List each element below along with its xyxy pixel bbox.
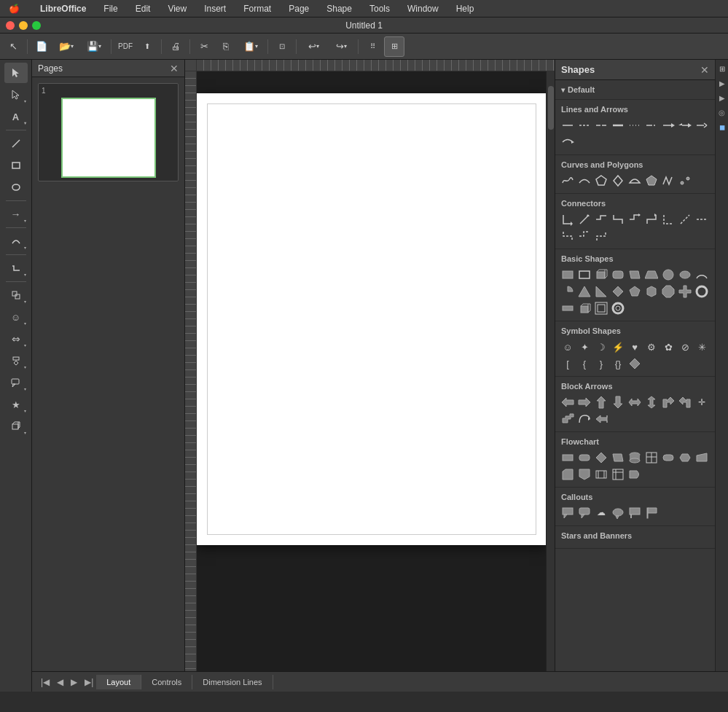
basic-arc[interactable] — [694, 267, 710, 283]
polygon-shape[interactable] — [593, 173, 609, 189]
sym-asterisk[interactable]: ✳ — [694, 339, 710, 355]
basic-rect[interactable] — [560, 267, 576, 283]
fc-alt-process[interactable] — [576, 450, 592, 466]
basic-right-triangle[interactable] — [593, 283, 609, 300]
callout-cloud[interactable]: ☁ — [593, 505, 609, 521]
conn-7[interactable] — [660, 211, 676, 227]
grid-snap-btn[interactable]: ⠿ — [362, 36, 383, 57]
scroll-handle-v[interactable] — [548, 86, 554, 130]
basic-triangle[interactable] — [576, 283, 592, 300]
copy-btn[interactable]: ⎘ — [216, 36, 236, 57]
basic-pentagon[interactable] — [627, 283, 643, 300]
basic-block-rect[interactable] — [560, 300, 576, 316]
canvas-scrollbar-v[interactable] — [546, 71, 555, 671]
arrow-shape-4[interactable] — [560, 134, 576, 150]
basic-ring[interactable] — [694, 283, 710, 300]
shapes-tool[interactable]: ▾ — [4, 285, 28, 305]
ba-up-down[interactable] — [643, 394, 659, 410]
conn-3[interactable] — [593, 211, 609, 227]
menu-view[interactable]: View — [165, 2, 189, 15]
conn-2[interactable] — [576, 211, 592, 227]
pages-close-btn[interactable]: ✕ — [170, 63, 179, 74]
sym-brace-left[interactable]: { — [576, 356, 592, 372]
print-btn[interactable]: 🖨 — [165, 36, 186, 57]
select-tool[interactable] — [4, 63, 28, 83]
line-shape-1[interactable] — [560, 117, 576, 133]
curve-tool[interactable]: ▾ — [4, 231, 28, 251]
basic-parallelogram[interactable] — [627, 267, 643, 283]
basic-rect-3d[interactable] — [593, 267, 609, 283]
symbol-shapes-tool[interactable]: ☺▾ — [4, 307, 28, 327]
minimize-button[interactable] — [19, 21, 28, 30]
apple-menu[interactable]: 🍎 — [6, 2, 23, 15]
menu-edit[interactable]: Edit — [133, 2, 154, 15]
basic-ellipse[interactable] — [677, 267, 693, 283]
sym-diamond2[interactable] — [627, 356, 643, 372]
redo-btn[interactable]: ↪▾ — [328, 36, 354, 57]
menu-window[interactable]: Window — [404, 2, 442, 15]
tab-controls[interactable]: Controls — [141, 675, 192, 689]
filled-polygon-shape[interactable] — [643, 173, 659, 189]
line-shape-6[interactable] — [643, 117, 659, 133]
menu-help[interactable]: Help — [453, 2, 477, 15]
stars-tool[interactable]: ★▾ — [4, 394, 28, 415]
sym-flower[interactable]: ✿ — [660, 339, 676, 355]
sym-brace-both[interactable]: {} — [610, 356, 626, 372]
callout-rounded[interactable] — [576, 505, 592, 521]
menu-shape[interactable]: Shape — [324, 2, 355, 15]
text-select-tool[interactable]: ▾ — [4, 85, 28, 105]
sym-smiley[interactable]: ☺ — [560, 339, 576, 355]
basic-hexagon[interactable] — [643, 283, 659, 300]
points-shape[interactable] — [677, 173, 693, 189]
rect-tool[interactable] — [4, 155, 28, 176]
nav-prev-btn[interactable]: ◀ — [54, 676, 66, 689]
line-shape-4[interactable] — [610, 117, 626, 133]
clone-btn[interactable]: ⊡ — [272, 36, 292, 57]
curve-shape[interactable] — [576, 173, 592, 189]
section-header-stars[interactable]: Stars and Banners — [555, 529, 715, 542]
block-arrows-tool[interactable]: ⇔▾ — [4, 329, 28, 349]
nav-first-btn[interactable]: |◀ — [38, 676, 52, 689]
line-shape-2[interactable] — [576, 117, 592, 133]
tab-layout[interactable]: Layout — [96, 675, 141, 689]
sym-moon[interactable]: ☽ — [593, 339, 609, 355]
menu-page[interactable]: Page — [286, 2, 312, 15]
section-header-callouts[interactable]: Callouts — [555, 490, 715, 504]
fc-terminator[interactable] — [660, 450, 676, 466]
basic-circle-frame[interactable] — [610, 300, 626, 316]
rs-btn-5[interactable]: ◼ — [716, 121, 728, 133]
arrow-shape-2[interactable] — [677, 117, 693, 133]
fc-data[interactable] — [610, 450, 626, 466]
basic-octagon[interactable] — [660, 283, 676, 300]
ba-split[interactable] — [593, 411, 609, 427]
section-header-lines[interactable]: Lines and Arrows — [555, 103, 715, 116]
flowchart-tool[interactable]: ▾ — [4, 351, 28, 371]
grid-display-btn[interactable]: ⊞ — [384, 36, 404, 57]
fc-preparation[interactable] — [677, 450, 693, 466]
ba-staircase[interactable] — [560, 411, 576, 427]
ba-curved[interactable] — [576, 411, 592, 427]
fc-internal-storage[interactable] — [610, 466, 626, 482]
line-tool[interactable] — [4, 133, 28, 154]
tab-dimension-lines[interactable]: Dimension Lines — [192, 675, 273, 689]
ba-left-right[interactable] — [627, 394, 643, 410]
menu-format[interactable]: Format — [240, 2, 274, 15]
ba-right[interactable] — [576, 394, 592, 410]
sym-heart[interactable]: ♥ — [627, 339, 643, 355]
conn-5[interactable] — [627, 211, 643, 227]
undo-btn[interactable]: ↩▾ — [300, 36, 326, 57]
basic-cube[interactable] — [576, 300, 592, 316]
section-header-basic[interactable]: Basic Shapes — [555, 252, 715, 265]
cut-btn[interactable]: ✂ — [194, 36, 214, 57]
rs-btn-1[interactable]: ⊞ — [716, 63, 728, 74]
basic-square-frame[interactable] — [593, 300, 609, 316]
conn-4[interactable] — [610, 211, 626, 227]
nav-next-btn[interactable]: ▶ — [68, 676, 80, 689]
open-btn[interactable]: 📂▾ — [53, 36, 79, 57]
basic-pie[interactable] — [560, 283, 576, 300]
drawing-canvas[interactable] — [197, 71, 546, 671]
arrow-tool-btn[interactable]: ↖ — [3, 36, 23, 57]
ba-up[interactable] — [593, 394, 609, 410]
section-header-block-arrows[interactable]: Block Arrows — [555, 380, 715, 393]
callout-speech[interactable] — [610, 505, 626, 521]
